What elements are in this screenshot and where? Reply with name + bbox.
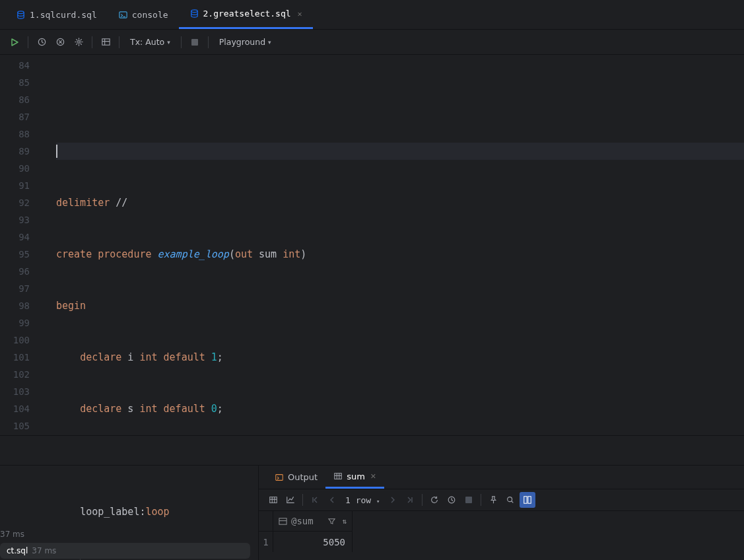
svg-rect-1 [119, 11, 127, 17]
settings-icon[interactable] [71, 34, 86, 50]
tab-label: sum [347, 472, 365, 481]
console-icon [118, 10, 128, 20]
services-file: ct.sql [7, 546, 28, 555]
svg-point-0 [18, 11, 24, 13]
rollback-icon[interactable] [52, 34, 68, 50]
code-editor[interactable]: 84 85 86 87 88 89 90 91 92 93 94 95 96 9… [0, 55, 744, 435]
tab-label: 1.sqlcurd.sql [30, 10, 97, 20]
chevron-down-icon: ▾ [268, 39, 271, 46]
svg-rect-7 [191, 39, 198, 46]
close-icon[interactable]: ✕ [370, 472, 376, 481]
svg-point-2 [191, 10, 197, 13]
run-button[interactable] [7, 34, 22, 50]
tx-mode-select[interactable]: Tx: Auto ▾ [125, 37, 176, 47]
chevron-down-icon: ▾ [167, 39, 170, 46]
database-icon [16, 10, 26, 20]
editor-toolbar: Tx: Auto ▾ Playground ▾ [0, 30, 744, 55]
svg-rect-6 [102, 39, 109, 45]
tab-output[interactable]: Output [267, 466, 325, 489]
history-icon[interactable] [34, 34, 50, 50]
tx-label: Tx: Auto [130, 37, 164, 47]
editor-tab-bar: 1.sqlcurd.sql console 2.greatselect.sql … [0, 0, 744, 30]
playground-select[interactable]: Playground ▾ [214, 37, 277, 47]
stop-button[interactable] [187, 34, 203, 50]
tab-label: Output [288, 472, 318, 482]
close-icon[interactable]: ✕ [298, 9, 302, 18]
tab-console[interactable]: console [108, 0, 179, 29]
table-view-icon[interactable] [98, 34, 114, 50]
tab-greatselect[interactable]: 2.greatselect.sql ✕ [179, 0, 313, 29]
code-area[interactable]: delimiter // create procedure example_lo… [56, 55, 744, 435]
svg-rect-8 [276, 474, 283, 480]
services-time: 37 ms [32, 546, 56, 555]
table-icon [333, 472, 343, 481]
database-icon [189, 9, 199, 18]
tab-label: 2.greatselect.sql [203, 9, 291, 18]
gutter: 84 85 86 87 88 89 90 91 92 93 94 95 96 9… [0, 55, 36, 435]
tab-sqlcurd[interactable]: 1.sqlcurd.sql [5, 0, 108, 29]
svg-rect-9 [335, 473, 342, 479]
tab-label: console [132, 10, 168, 20]
output-icon [275, 473, 284, 482]
svg-point-5 [77, 41, 80, 44]
playground-label: Playground [219, 37, 265, 47]
tab-sum[interactable]: sum ✕ [325, 466, 384, 489]
